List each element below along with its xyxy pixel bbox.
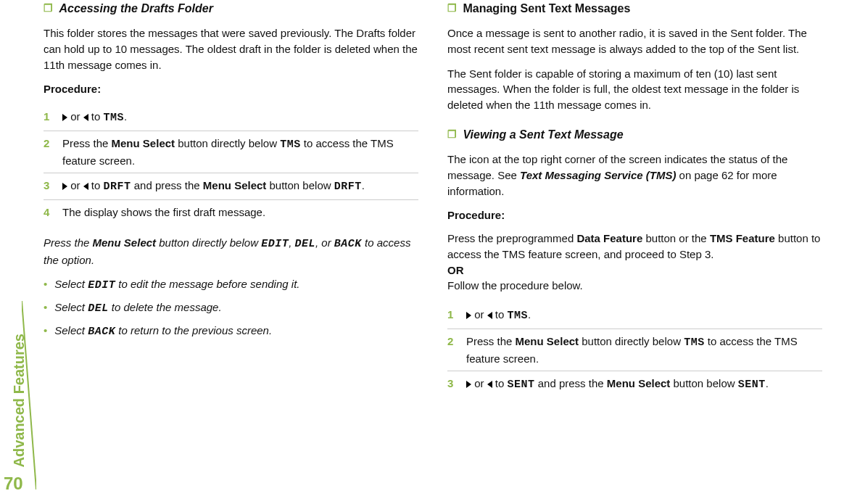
step-body: The display shows the first draft messag… (62, 205, 418, 220)
step-2: 2 Press the Menu Select button directly … (44, 131, 418, 174)
step-1: 1 or to TMS. (447, 302, 822, 329)
step-number: 1 (447, 307, 456, 324)
option-del: Select DEL to delete the message. (44, 299, 418, 317)
step-2: 2 Press the Menu Select button directly … (447, 329, 822, 372)
procedure-label: Procedure: (447, 207, 822, 223)
nav-left-icon (83, 114, 88, 121)
page-number: 70 (4, 471, 23, 497)
right-column: ❐ Managing Sent Text Messages Once a mes… (447, 0, 822, 397)
heading-managing-sent-text: Managing Sent Text Messages (463, 2, 630, 15)
heading-viewing-sent: ❐ Viewing a Sent Text Message (447, 126, 822, 143)
heading-viewing-sent-text: Viewing a Sent Text Message (463, 128, 623, 141)
nav-left-icon (487, 312, 492, 319)
step-number: 3 (447, 376, 456, 393)
step-body: or to DRFT and press the Menu Select but… (62, 178, 418, 195)
step-number: 2 (447, 334, 456, 367)
step-3: 3 or to SENT and press the Menu Select b… (447, 371, 822, 397)
option-edit: Select EDIT to edit the message before s… (44, 276, 418, 294)
step-number: 3 (44, 178, 52, 195)
or-label: OR (447, 264, 464, 276)
document-icon: ❐ (44, 1, 53, 15)
step-number: 2 (44, 136, 52, 169)
sent-intro-1: Once a message is sent to another radio,… (447, 25, 822, 57)
sent-intro-2: The Sent folder is capable of storing a … (447, 66, 822, 113)
section-label: Advanced Features (9, 334, 30, 468)
step-body: or to SENT and press the Menu Select but… (466, 376, 822, 393)
nav-right-icon (466, 312, 471, 319)
options-list: Select EDIT to edit the message before s… (44, 276, 418, 339)
step-body: Press the Menu Select button directly be… (62, 136, 418, 169)
step-number: 1 (44, 109, 52, 126)
nav-right-icon (466, 381, 471, 388)
procedure-label: Procedure: (44, 81, 418, 97)
document-icon: ❐ (447, 1, 457, 15)
step-1: 1 or to TMS. (44, 104, 418, 131)
nav-left-icon (83, 183, 88, 190)
procedure-option-a: Press the preprogrammed Data Feature but… (447, 231, 822, 263)
step-3: 3 or to DRFT and press the Menu Select b… (44, 173, 418, 200)
heading-managing-sent: ❐ Managing Sent Text Messages (447, 0, 822, 17)
step-body: or to TMS. (466, 307, 822, 324)
heading-drafts: ❐ Accessing the Drafts Folder (44, 0, 418, 17)
options-note: Press the Menu Select button directly be… (44, 235, 418, 268)
step-body: Press the Menu Select button directly be… (466, 334, 822, 367)
heading-drafts-text: Accessing the Drafts Folder (59, 2, 213, 15)
document-icon: ❐ (447, 127, 457, 141)
nav-right-icon (62, 114, 67, 121)
nav-right-icon (62, 183, 67, 190)
intro-paragraph: This folder stores the messages that wer… (44, 25, 418, 73)
step-4: 4 The display shows the first draft mess… (44, 200, 418, 225)
step-number: 4 (44, 205, 52, 220)
viewing-intro: The icon at the top right corner of the … (447, 152, 822, 199)
procedure-option-b: Follow the procedure below. (447, 278, 822, 294)
option-back: Select BACK to return to the previous sc… (44, 323, 418, 340)
left-column: ❐ Accessing the Drafts Folder This folde… (44, 0, 418, 397)
nav-left-icon (487, 381, 492, 388)
step-body: or to TMS. (62, 109, 418, 126)
